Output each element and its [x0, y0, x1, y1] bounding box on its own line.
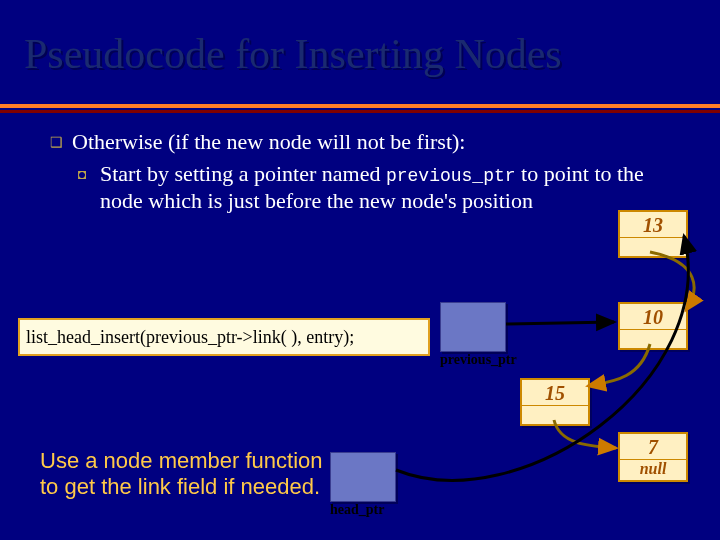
previous-ptr-box: [440, 302, 506, 352]
code-expression-text: list_head_insert(previous_ptr->link( ), …: [26, 327, 354, 348]
node-7-value: 7: [620, 434, 686, 459]
bullet-marker-1: [50, 134, 72, 156]
code-expression-box: list_head_insert(previous_ptr->link( ), …: [18, 318, 430, 356]
node-15: 15: [520, 378, 590, 426]
previous-ptr-label: previous_ptr: [440, 352, 517, 368]
slide-title: Pseudocode for Inserting Nodes: [24, 30, 562, 78]
title-underline: [0, 104, 720, 113]
bullet-2-code: previous_ptr: [386, 166, 516, 186]
footnote-text: Use a node member function to get the li…: [40, 448, 340, 501]
bullet-list: Otherwise (if the new node will not be f…: [50, 128, 690, 215]
node-10: 10: [618, 302, 688, 350]
node-7-null: null: [620, 460, 686, 480]
head-ptr-label: head_ptr: [330, 502, 384, 518]
bullet-2-text: Start by setting a pointer named previou…: [100, 160, 690, 215]
bullet-marker-2: [78, 166, 100, 215]
bullet-2-pre: Start by setting a pointer named: [100, 161, 386, 186]
bullet-1-text: Otherwise (if the new node will not be f…: [72, 128, 465, 156]
node-13: 13: [618, 210, 688, 258]
node-7: 7 null: [618, 432, 688, 482]
node-15-value: 15: [522, 380, 588, 405]
node-13-value: 13: [620, 212, 686, 237]
node-10-value: 10: [620, 304, 686, 329]
head-ptr-box: [330, 452, 396, 502]
